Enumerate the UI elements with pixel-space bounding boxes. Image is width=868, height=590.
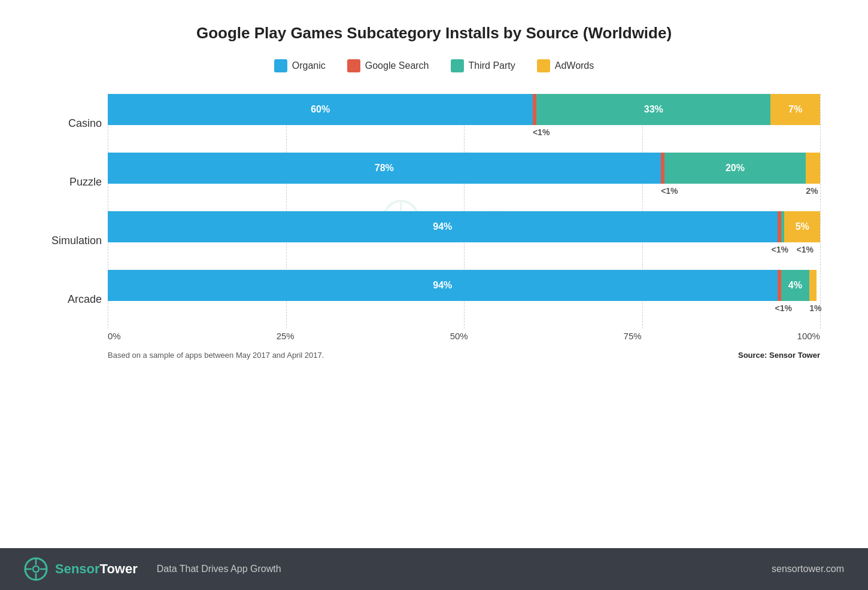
segment-simulation-organic: 94%: [108, 211, 778, 242]
bar-simulation: 94%5%: [108, 211, 820, 242]
footer-left: SensorTower Data That Drives App Growth: [24, 557, 281, 581]
legend-color-adwords: [537, 59, 550, 72]
x-axis-label-50%: 50%: [450, 331, 468, 341]
segment-casino-organic: 60%: [108, 94, 533, 125]
below-label-arcade-0: <1%: [775, 303, 792, 313]
below-bar-simulation: <1%<1%: [108, 242, 820, 259]
x-axis: 0%25%50%75%100%: [108, 331, 820, 341]
segment-arcade-third-party: 4%: [781, 270, 810, 301]
svg-point-7: [33, 566, 39, 572]
segment-puzzle-organic: 78%: [108, 153, 661, 184]
chart-container: Google Play Games Subcategory Installs b…: [0, 0, 868, 548]
below-bar-arcade: <1%1%: [108, 301, 820, 318]
segment-simulation-adwords: 5%: [784, 211, 820, 242]
x-axis-label-75%: 75%: [624, 331, 642, 341]
footnote-text: Based on a sample of apps between May 20…: [108, 351, 324, 360]
bar-wrapper-puzzle: 78%20%<1%2%: [108, 153, 820, 211]
x-axis-label-100%: 100%: [797, 331, 820, 341]
chart-row-casino: Casino60%33%7%<1%: [108, 94, 820, 153]
source-text: Source: Sensor Tower: [738, 351, 820, 360]
below-label-arcade-1: 1%: [809, 303, 821, 313]
below-label-simulation-0: <1%: [772, 245, 788, 254]
grid-line-100: [820, 94, 821, 329]
segment-puzzle-third-party: 20%: [664, 153, 806, 184]
legend-label-google-search: Google Search: [365, 60, 429, 71]
bar-wrapper-casino: 60%33%7%<1%: [108, 94, 820, 153]
below-label-casino-0: <1%: [533, 127, 550, 137]
chart-row-puzzle: Puzzle78%20%<1%2%: [108, 153, 820, 211]
bar-puzzle: 78%20%: [108, 153, 820, 184]
footer-bar: SensorTower Data That Drives App Growth …: [0, 548, 868, 590]
row-label-simulation: Simulation: [39, 235, 102, 247]
legend-item-third-party: Third Party: [451, 59, 515, 72]
legend-color-organic: [274, 59, 287, 72]
chart-title: Google Play Games Subcategory Installs b…: [36, 24, 832, 42]
chart-row-simulation: Simulation94%5%<1%<1%: [108, 211, 820, 270]
row-label-casino: Casino: [39, 117, 102, 130]
below-bar-puzzle: <1%2%: [108, 184, 820, 200]
legend-color-third-party: [451, 59, 464, 72]
legend: OrganicGoogle SearchThird PartyAdWords: [36, 59, 832, 72]
footer-brand: SensorTower: [55, 561, 138, 577]
row-label-arcade: Arcade: [39, 293, 102, 306]
x-axis-label-25%: 25%: [277, 331, 295, 341]
segment-arcade-organic: 94%: [108, 270, 778, 301]
footer-tagline: Data That Drives App Growth: [157, 564, 281, 574]
below-bar-casino: <1%: [108, 125, 820, 142]
below-label-puzzle-1: 2%: [806, 186, 818, 196]
bar-casino: 60%33%7%: [108, 94, 820, 125]
segment-casino-third-party: 33%: [536, 94, 770, 125]
legend-color-google-search: [347, 59, 360, 72]
below-label-simulation-1: <1%: [797, 245, 814, 254]
chart-row-arcade: Arcade94%4%<1%1%: [108, 270, 820, 329]
legend-item-adwords: AdWords: [537, 59, 594, 72]
legend-label-organic: Organic: [292, 60, 326, 71]
segment-casino-adwords: 7%: [770, 94, 820, 125]
bar-wrapper-simulation: 94%5%<1%<1%: [108, 211, 820, 270]
footer-logo-icon: [24, 557, 48, 581]
legend-item-google-search: Google Search: [347, 59, 429, 72]
below-label-puzzle-0: <1%: [661, 186, 678, 196]
row-label-puzzle: Puzzle: [39, 176, 102, 188]
segment-arcade-adwords: [809, 270, 817, 301]
legend-label-adwords: AdWords: [555, 60, 594, 71]
bar-wrapper-arcade: 94%4%<1%1%: [108, 270, 820, 329]
footnote-area: Based on a sample of apps between May 20…: [108, 351, 820, 360]
segment-puzzle-adwords: [806, 153, 820, 184]
legend-label-third-party: Third Party: [469, 60, 515, 71]
legend-item-organic: Organic: [274, 59, 326, 72]
bar-arcade: 94%4%: [108, 270, 820, 301]
x-axis-label-0%: 0%: [108, 331, 121, 341]
footer-url: sensortower.com: [772, 564, 844, 574]
bars-container: Casino60%33%7%<1%Puzzle78%20%<1%2%Simula…: [108, 94, 820, 329]
